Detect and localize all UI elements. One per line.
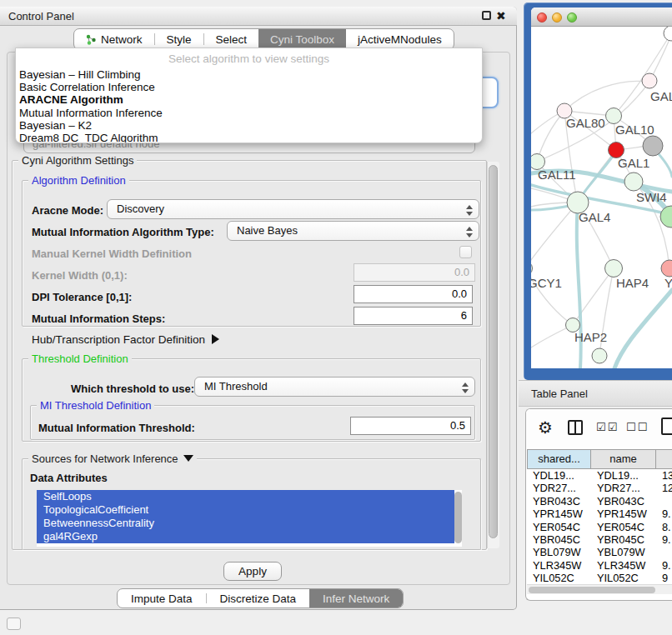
algorithm-option[interactable]: Dream8 DC_TDC Algorithm [16, 132, 482, 143]
spinner-arrows-icon [462, 382, 469, 393]
attribute-item-selected[interactable]: BetweennessCentrality [37, 517, 454, 530]
table-panel-body: ⚙ ☑☑ ☐☐ shared... name YDL19...YDL19...1… [525, 408, 672, 601]
new-table-icon[interactable] [661, 418, 672, 435]
control-panel-title: Control Panel [8, 10, 74, 22]
algorithm-option[interactable]: Basic Correlation Inference [16, 81, 482, 93]
mi-threshold-field[interactable]: 0.5 [350, 417, 471, 435]
table-row[interactable]: YER054CYER054C8. [527, 521, 672, 533]
network-node-hap4[interactable] [605, 260, 623, 278]
network-window-titlebar[interactable] [531, 8, 672, 27]
table-row[interactable]: YPR145WYPR145W9. [527, 508, 672, 520]
mi-algorithm-type-combobox[interactable]: Naive Bayes [227, 221, 479, 241]
network-node-gcy1[interactable] [531, 262, 533, 276]
network-canvas[interactable]: GAL7 GAL80 GAL10 GAL1 GAL11 SWI4 GAL4 GC… [531, 27, 672, 368]
node-label: GAL7 [650, 89, 672, 103]
table-row[interactable]: YIL052CYIL052C9 [527, 572, 672, 584]
control-panel-titlebar[interactable] [0, 7, 517, 26]
float-panel-icon[interactable] [482, 11, 491, 20]
node-label: Y [664, 276, 672, 290]
table-row[interactable]: YLR345WYLR345W9. [527, 559, 672, 572]
network-node-salmon[interactable] [661, 260, 672, 277]
manual-kernel-width-checkbox[interactable] [459, 246, 472, 258]
tab-cyni-toolbox[interactable]: Cyni Toolbox [258, 29, 346, 49]
node-label: GAL1 [618, 156, 649, 170]
table-body: YDL19...YDL19...13 YDR27...YDR27...12 YB… [527, 469, 672, 584]
tab-style[interactable]: Style [155, 29, 203, 49]
threshold-definition-title: Threshold Definition [28, 352, 132, 365]
tab-impute-data[interactable]: Impute Data [118, 589, 206, 608]
mi-threshold-label: Mutual Information Threshold: [38, 422, 195, 434]
algorithm-option-selected[interactable]: ARACNE Algorithm [16, 93, 482, 106]
table-row[interactable]: YBR045CYBR045C9. [527, 533, 672, 546]
network-node-swi4[interactable] [660, 206, 672, 228]
node-label: GAL4 [579, 210, 610, 224]
kernel-width-field[interactable]: 0.0 [354, 263, 475, 282]
network-node-gal10[interactable] [606, 108, 622, 124]
tab-network[interactable]: Network [74, 29, 154, 49]
algorithm-dropdown-placeholder: Select algorithm to view settings [16, 48, 482, 68]
network-view-window: GAL7 GAL80 GAL10 GAL1 GAL11 SWI4 GAL4 GC… [531, 8, 672, 368]
mi-threshold-group-title: MI Threshold Definition [37, 399, 154, 412]
apply-button[interactable]: Apply [223, 562, 282, 581]
deselect-all-icon[interactable]: ☐☐ [626, 421, 649, 433]
node-label: SWI4 [636, 190, 667, 204]
node-label: GAL10 [615, 122, 654, 137]
algorithm-option[interactable]: Bayesian – Hill Climbing [16, 68, 482, 81]
tab-infer-network[interactable]: Infer Network [309, 589, 403, 608]
aracne-mode-combobox[interactable]: Discovery [107, 199, 479, 219]
mi-steps-field[interactable]: 6 [354, 307, 473, 325]
columns-icon[interactable] [568, 420, 583, 435]
table-hscrollbar-track[interactable] [527, 584, 672, 594]
zoom-window-icon[interactable] [567, 12, 577, 22]
table-row[interactable]: YDR27...YDR27...12 [527, 482, 672, 494]
network-tab-icon [86, 34, 97, 45]
mi-steps-label: Mutual Information Steps: [32, 312, 165, 325]
tab-discretize-data[interactable]: Discretize Data [207, 589, 310, 608]
tab-select[interactable]: Select [204, 29, 259, 49]
close-panel-icon[interactable]: ✖ [496, 8, 506, 23]
mi-algorithm-type-label: Mutual Information Algorithm Type: [32, 226, 214, 238]
settings-scrollbar-thumb[interactable] [489, 165, 498, 538]
attribute-item-selected[interactable]: gal4RGexp [37, 530, 454, 543]
column-header-name[interactable]: name [591, 449, 656, 469]
table-row[interactable]: YBR043CYBR043C [527, 495, 672, 508]
hub-definition-expander[interactable]: Hub/Transcription Factor Definition [32, 333, 219, 346]
algorithm-dropdown-list: Select algorithm to view settings Bayesi… [15, 48, 483, 143]
attribute-item-selected[interactable]: TopologicalCoefficient [37, 503, 454, 517]
spinner-arrows-icon [466, 227, 473, 238]
algorithm-option[interactable]: Mutual Information Inference [16, 107, 482, 119]
node-label: HAP4 [616, 276, 649, 290]
dpi-tolerance-field[interactable]: 0.0 [354, 285, 473, 303]
expander-arrow-icon [212, 334, 219, 344]
network-node-gray[interactable] [643, 136, 663, 156]
which-threshold-combobox[interactable]: MI Threshold [194, 377, 475, 397]
algorithm-option[interactable]: Bayesian – K2 [16, 119, 482, 132]
attributes-scrollbar-thumb[interactable] [454, 492, 462, 543]
table-header-row: shared... name [527, 449, 672, 469]
collapse-arrow-icon [183, 455, 193, 462]
minimize-window-icon[interactable] [552, 12, 562, 22]
table-row[interactable]: YDL19...YDL19...13 [527, 469, 672, 482]
network-node-gal7[interactable] [642, 73, 657, 88]
network-node[interactable] [592, 348, 607, 363]
network-node[interactable] [664, 27, 672, 41]
column-header-shared-name[interactable]: shared... [527, 449, 591, 469]
attribute-item-selected[interactable]: SelfLoops [37, 490, 454, 503]
spinner-arrows-icon [466, 205, 473, 216]
collapsed-panel-icon[interactable] [7, 618, 21, 630]
sources-group-title[interactable]: Sources for Network Inference [28, 452, 197, 465]
data-attributes-label: Data Attributes [30, 472, 108, 484]
node-label: GAL80 [566, 116, 605, 130]
close-window-icon[interactable] [537, 12, 547, 22]
table-row[interactable]: YBL079WYBL079W [527, 546, 672, 558]
network-node-gal1[interactable] [624, 172, 643, 191]
select-all-icon[interactable]: ☑☑ [596, 421, 619, 433]
screen: Control Panel ✖ Network Style Select Cyn… [0, 0, 672, 635]
settings-group-title: Cyni Algorithm Settings [18, 154, 137, 167]
tab-jactivemnodules[interactable]: jActiveMNodules [346, 29, 454, 49]
gear-icon[interactable]: ⚙ [538, 418, 553, 438]
table-hscrollbar-thumb[interactable] [529, 587, 655, 593]
node-label: HAP2 [574, 330, 607, 344]
column-header-partial[interactable] [656, 449, 672, 469]
network-graph: GAL7 GAL80 GAL10 GAL1 GAL11 SWI4 GAL4 GC… [531, 27, 672, 368]
